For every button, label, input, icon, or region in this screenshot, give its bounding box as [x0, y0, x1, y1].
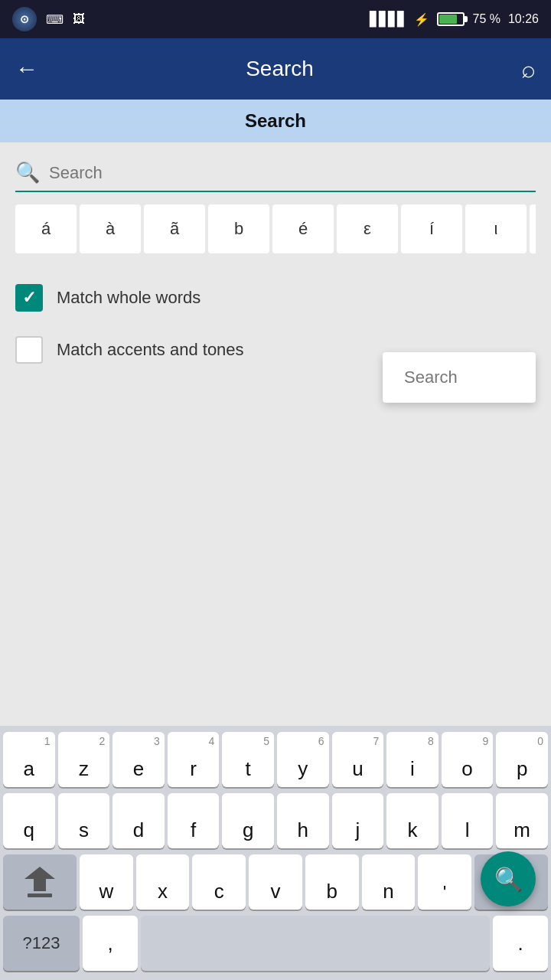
search-input-container: 🔍 [15, 161, 536, 192]
comma-key[interactable]: , [83, 916, 138, 971]
signal-icon: ▋▋▋▋ [370, 11, 406, 28]
status-bar-left: ⊙ ⌨ 🖼 [12, 7, 85, 31]
key-m[interactable]: m [496, 793, 548, 848]
status-bar-right: ▋▋▋▋ ⚡ 75 % 10:26 [370, 11, 539, 28]
keyboard-row-4: ?123 , . [3, 916, 548, 971]
key-f[interactable]: f [168, 793, 220, 848]
special-char-b[interactable]: b [208, 204, 269, 253]
special-char-iota[interactable]: ι [465, 204, 527, 253]
special-char-epsilon[interactable]: ε [337, 204, 398, 253]
spacebar-key[interactable] [141, 916, 490, 971]
key-k[interactable]: k [386, 793, 439, 848]
key-j[interactable]: j [332, 793, 384, 848]
key-y[interactable]: 6y [277, 732, 329, 787]
key-e[interactable]: 3e [112, 732, 165, 787]
special-chars-row: á à ã b é ε í ι ó [15, 204, 536, 253]
period-key[interactable]: . [493, 916, 548, 971]
label-match-accents: Match accents and tones [57, 340, 244, 360]
key-s[interactable]: s [58, 793, 110, 848]
checkbox-match-accents[interactable] [15, 336, 43, 364]
keyboard-row-1: 1a 2z 3e 4r 5t 6y 7u 8i 9o 0p [3, 732, 548, 787]
key-w[interactable]: w [80, 854, 133, 910]
bolt-icon: ⚡ [414, 12, 429, 27]
keyboard-row-3: w x c v b n ' [3, 854, 548, 910]
special-char-o-acute[interactable]: ó [530, 204, 536, 253]
special-char-e-acute[interactable]: é [272, 204, 334, 253]
page-header: Search [0, 100, 551, 142]
key-o[interactable]: 9o [442, 732, 494, 787]
special-char-a-acute[interactable]: á [15, 204, 77, 253]
label-match-whole-words: Match whole words [57, 288, 201, 308]
numeric-key[interactable]: ?123 [3, 916, 80, 971]
battery-percent: 75 % [472, 12, 500, 26]
checkbox-match-whole-words[interactable] [15, 284, 43, 312]
search-fab-button[interactable]: 🔍 [481, 851, 536, 906]
key-p[interactable]: 0p [496, 732, 548, 787]
key-z[interactable]: 2z [58, 732, 110, 787]
key-d[interactable]: d [112, 793, 165, 848]
key-h[interactable]: h [277, 793, 329, 848]
clock: 10:26 [508, 12, 539, 26]
key-b[interactable]: b [305, 854, 359, 910]
key-r[interactable]: 4r [168, 732, 220, 787]
search-dropdown: Search [383, 352, 536, 403]
battery-indicator [437, 12, 465, 26]
key-x[interactable]: x [136, 854, 190, 910]
back-button[interactable]: ← [15, 56, 38, 82]
key-n[interactable]: n [362, 854, 416, 910]
special-char-a-grave[interactable]: à [80, 204, 141, 253]
key-a[interactable]: 1a [3, 732, 55, 787]
keyboard: 1a 2z 3e 4r 5t 6y 7u 8i 9o 0p q s d f g … [0, 726, 551, 980]
key-q[interactable]: q [3, 793, 55, 848]
app-bar-title: Search [246, 57, 314, 81]
option-row-whole-words: Match whole words [15, 284, 536, 312]
key-g[interactable]: g [222, 793, 274, 848]
app-logo: ⊙ [12, 7, 37, 31]
search-dropdown-item[interactable]: Search [383, 352, 536, 403]
key-i[interactable]: 8i [386, 732, 439, 787]
search-fab-icon: 🔍 [494, 866, 523, 893]
key-apostrophe[interactable]: ' [418, 854, 471, 910]
app-bar: ← Search ⌕ [0, 38, 551, 100]
key-u[interactable]: 7u [332, 732, 384, 787]
shift-key[interactable] [3, 854, 77, 910]
search-icon-appbar[interactable]: ⌕ [521, 55, 536, 83]
search-area: 🔍 á à ã b é ε í ι ó [0, 142, 551, 266]
page-header-title: Search [245, 110, 306, 132]
keyboard-row-2: q s d f g h j k l m [3, 793, 548, 848]
special-char-a-tilde[interactable]: ã [144, 204, 205, 253]
status-bar: ⊙ ⌨ 🖼 ▋▋▋▋ ⚡ 75 % 10:26 [0, 0, 551, 38]
key-v[interactable]: v [249, 854, 302, 910]
special-char-i-acute[interactable]: í [401, 204, 462, 253]
search-input-icon: 🔍 [15, 161, 40, 185]
key-c[interactable]: c [192, 854, 246, 910]
shift-arrow-icon [24, 867, 55, 891]
key-t[interactable]: 5t [222, 732, 274, 787]
key-l[interactable]: l [442, 793, 494, 848]
search-input[interactable] [49, 163, 536, 183]
image-icon: 🖼 [73, 12, 85, 26]
keyboard-icon: ⌨ [46, 12, 64, 27]
shift-line-icon [28, 893, 52, 897]
